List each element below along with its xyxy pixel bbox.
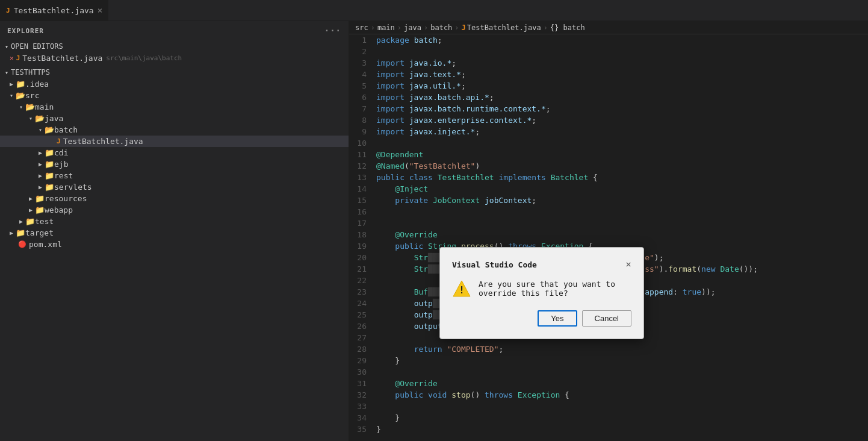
dialog-overlay: Visual Studio Code × ! Are you sure that… — [0, 0, 868, 441]
dialog-message: Are you sure that you want to override t… — [479, 280, 631, 298]
warning-icon: ! — [452, 279, 471, 298]
dialog-cancel-button[interactable]: Cancel — [582, 310, 631, 327]
dialog-titlebar: Visual Studio Code × — [452, 260, 631, 269]
dialog-yes-button[interactable]: Yes — [538, 310, 577, 327]
override-dialog: Visual Studio Code × ! Are you sure that… — [439, 247, 644, 339]
dialog-body: ! Are you sure that you want to override… — [452, 279, 631, 298]
svg-text:!: ! — [459, 284, 465, 296]
dialog-close-button[interactable]: × — [625, 260, 631, 269]
dialog-buttons: Yes Cancel — [452, 310, 631, 327]
dialog-title: Visual Studio Code — [452, 260, 537, 269]
